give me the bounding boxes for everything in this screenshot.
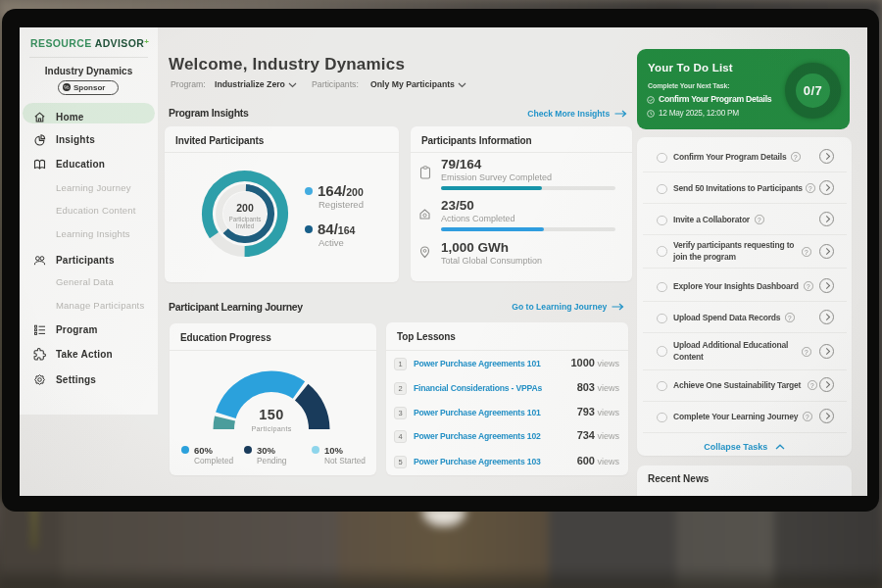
svg-text:Participants: Participants <box>251 424 291 433</box>
svg-text:150: 150 <box>259 407 284 422</box>
svg-text:Invited: Invited <box>236 222 255 229</box>
svg-text:200: 200 <box>236 202 254 214</box>
